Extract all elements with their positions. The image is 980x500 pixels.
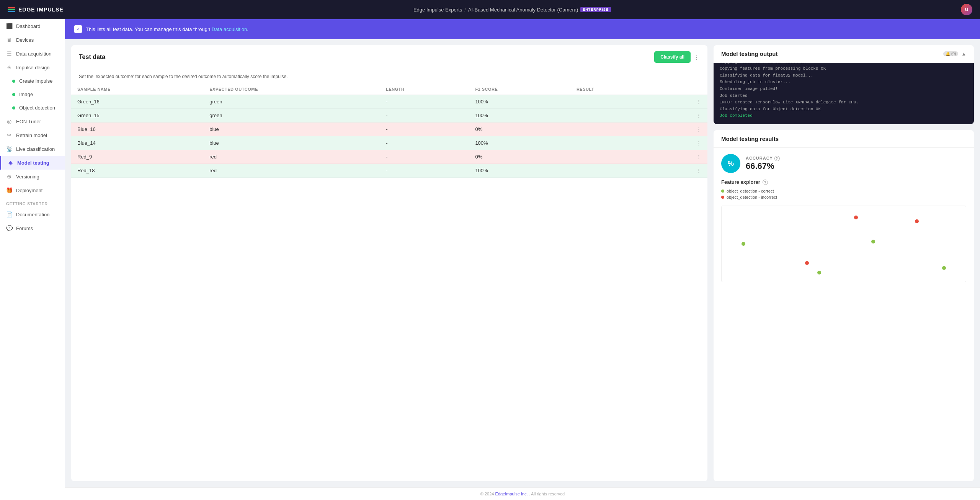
sidebar-item-impulse-design[interactable]: ✳ Impulse design: [0, 60, 65, 74]
table-row: Blue_14 blue - 100% ⋮: [71, 136, 707, 150]
cell-result: [570, 164, 657, 178]
sidebar-item-deployment[interactable]: 🎁 Deployment: [0, 183, 65, 197]
scatter-dot: [817, 271, 821, 275]
accuracy-info-icon[interactable]: ?: [774, 156, 780, 161]
scatter-dot: [854, 216, 858, 219]
retrain-model-icon: ✂: [6, 132, 12, 138]
sidebar-item-live-classification[interactable]: 📡 Live classification: [0, 142, 65, 156]
feature-explorer-title: Feature explorer ?: [721, 179, 966, 185]
sidebar-label-dashboard: Dashboard: [16, 23, 41, 29]
row-menu-button[interactable]: ⋮: [657, 136, 707, 150]
scatter-plot: [721, 206, 966, 282]
sidebar-label-retrain-model: Retrain model: [16, 132, 47, 138]
sidebar-item-retrain-model[interactable]: ✂ Retrain model: [0, 128, 65, 142]
sidebar-label-eon-tuner: EON Tuner: [16, 119, 41, 124]
breadcrumb-project-name: AI-Based Mechanical Anomaly Detector (Ca…: [468, 7, 578, 13]
cell-expected: blue: [203, 123, 380, 136]
documentation-icon: 📄: [6, 211, 12, 217]
topnav: EDGE IMPULSE Edge Impulse Experts / AI-B…: [0, 0, 980, 19]
right-panel: Model testing output 🔔 (0) ▲ Copying fea…: [714, 45, 974, 481]
test-data-subtitle: Set the 'expected outcome' for each samp…: [71, 69, 707, 84]
cell-f1: 0%: [469, 123, 570, 136]
sidebar-label-impulse-design: Impulse design: [16, 65, 49, 70]
scatter-dot: [942, 266, 946, 270]
cell-f1: 100%: [469, 95, 570, 109]
sidebar-item-forums[interactable]: 💬 Forums: [0, 221, 65, 235]
forums-icon: 💬: [6, 225, 12, 231]
legend-item: object_detection - correct: [721, 189, 966, 193]
sidebar-item-create-impulse[interactable]: Create impulse: [0, 74, 65, 88]
sidebar-item-data-acquisition[interactable]: ☰ Data acquisition: [0, 47, 65, 60]
footer-company-link[interactable]: EdgeImpulse Inc.: [495, 492, 528, 496]
sidebar-label-data-acquisition: Data acquisition: [16, 51, 52, 57]
sidebar-item-versioning[interactable]: ⊕ Versioning: [0, 170, 65, 183]
sidebar-item-model-testing[interactable]: ◈ Model testing: [0, 156, 65, 170]
test-data-title: Test data: [79, 54, 105, 60]
scatter-dot: [915, 219, 919, 223]
cell-result: [570, 109, 657, 123]
breadcrumb: Edge Impulse Experts / AI-Based Mechanic…: [413, 7, 611, 13]
sidebar-item-dashboard[interactable]: ⬛ Dashboard: [0, 19, 65, 33]
classify-all-button[interactable]: Classify all: [654, 51, 691, 63]
sidebar-label-create-impulse: Create impulse: [19, 78, 52, 84]
logo-bar-1: [8, 7, 15, 8]
sidebar-item-eon-tuner[interactable]: ◎ EON Tuner: [0, 114, 65, 128]
scatter-dot: [871, 240, 875, 243]
table-row: Red_9 red - 0% ⋮: [71, 150, 707, 164]
sidebar-label-versioning: Versioning: [16, 174, 39, 180]
accuracy-info: ACCURACY ? 66.67%: [746, 156, 780, 171]
sidebar-item-object-detection[interactable]: Object detection: [0, 101, 65, 114]
cell-expected: red: [203, 150, 380, 164]
cell-expected: blue: [203, 136, 380, 150]
notification-badge: 🔔 (0): [943, 51, 958, 56]
log-line: Job completed: [720, 113, 968, 119]
content-area: Test data Classify all ⋮ Set the 'expect…: [65, 39, 980, 487]
more-options-button[interactable]: ⋮: [694, 54, 700, 61]
avatar[interactable]: U: [961, 4, 972, 15]
legend-label: object_detection - correct: [727, 189, 774, 193]
cell-result: [570, 123, 657, 136]
cell-length: -: [380, 123, 469, 136]
test-data-table: SAMPLE NAME EXPECTED OUTCOME LENGTH F1 S…: [71, 84, 707, 178]
sidebar-item-devices[interactable]: 🖥 Devices: [0, 33, 65, 47]
legend: object_detection - correctobject_detecti…: [721, 189, 966, 199]
feature-explorer-info-icon[interactable]: ?: [763, 180, 768, 185]
logo-icon: [8, 7, 15, 12]
log-line: INFO: Created TensorFlow Lite XNNPACK de…: [720, 99, 968, 106]
cell-length: -: [380, 109, 469, 123]
legend-item: object_detection - incorrect: [721, 195, 966, 199]
col-actions: [657, 84, 707, 95]
log-line: Copying features from DSP block OK: [720, 63, 968, 65]
col-f1-score: F1 SCORE: [469, 84, 570, 95]
versioning-icon: ⊕: [6, 173, 12, 180]
legend-label: object_detection - incorrect: [727, 195, 777, 199]
main-content: ✓ This lists all test data. You can mana…: [65, 19, 980, 500]
banner-icon: ✓: [74, 25, 82, 33]
cell-expected: green: [203, 95, 380, 109]
output-collapse-button[interactable]: ▲: [961, 51, 966, 57]
log-line: Scheduling job in cluster...: [720, 79, 968, 86]
table-row: Green_15 green - 100% ⋮: [71, 109, 707, 123]
sidebar-item-image[interactable]: Image: [0, 88, 65, 101]
row-menu-button[interactable]: ⋮: [657, 123, 707, 136]
log-line: Copying features from processing blocks …: [720, 65, 968, 72]
row-menu-button[interactable]: ⋮: [657, 109, 707, 123]
col-expected-outcome: EXPECTED OUTCOME: [203, 84, 380, 95]
log-line: Container image pulled!: [720, 86, 968, 93]
model-testing-icon: ◈: [7, 160, 13, 166]
output-title: Model testing output: [721, 51, 777, 57]
table-body: Green_16 green - 100% ⋮ Green_15 green -…: [71, 95, 707, 178]
cell-name: Blue_16: [71, 123, 203, 136]
logo-bar-2: [8, 9, 15, 10]
sidebar-item-documentation[interactable]: 📄 Documentation: [0, 208, 65, 221]
scatter-dot: [805, 261, 809, 265]
row-menu-button[interactable]: ⋮: [657, 164, 707, 178]
data-acquisition-link[interactable]: Data acquisition: [212, 26, 247, 32]
row-menu-button[interactable]: ⋮: [657, 150, 707, 164]
table-row: Red_18 red - 100% ⋮: [71, 164, 707, 178]
test-data-panel: Test data Classify all ⋮ Set the 'expect…: [71, 45, 707, 481]
cell-name: Green_16: [71, 95, 203, 109]
output-log: Copying features from DSP block...Copyin…: [714, 63, 974, 124]
logo-text: EDGE IMPULSE: [18, 7, 64, 13]
row-menu-button[interactable]: ⋮: [657, 95, 707, 109]
